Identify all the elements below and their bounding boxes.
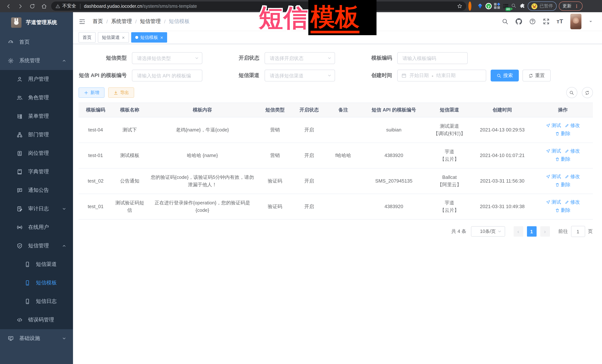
address-bar[interactable]: 不安全 dashboard.yudao.iocoder.cn/system/sm…	[51, 1, 466, 11]
test-link[interactable]: 测试	[546, 173, 561, 180]
sidebar-item-users[interactable]: 用户管理	[0, 70, 73, 89]
breadcrumb-system[interactable]: 系统管理	[111, 18, 132, 25]
test-link[interactable]: 测试	[546, 122, 561, 129]
column-header: 短信 API 的模板编号	[360, 103, 428, 117]
channel-input[interactable]	[265, 70, 335, 82]
sms-type-select[interactable]	[132, 52, 202, 64]
close-icon[interactable]: ×	[160, 35, 163, 40]
back-icon[interactable]	[6, 3, 11, 9]
page-unit: 页	[588, 228, 593, 235]
sidebar-item-label: 短信渠道	[36, 261, 57, 268]
extension-icon-list-on[interactable]: on	[503, 3, 509, 9]
extension-icon-orange[interactable]	[468, 3, 475, 9]
sidebar-item-error-code[interactable]: 错误码管理	[0, 311, 73, 329]
export-button[interactable]: 导出	[108, 87, 134, 98]
puzzle-icon[interactable]	[520, 3, 526, 9]
template-code-input[interactable]	[397, 52, 468, 64]
forward-icon[interactable]	[17, 3, 23, 9]
edit-link[interactable]: 修改	[565, 173, 580, 180]
profile-paused-badge[interactable]: 已暂停	[528, 1, 557, 11]
sidebar-item-roles[interactable]: 角色管理	[0, 89, 73, 107]
close-icon[interactable]: ×	[122, 35, 125, 40]
fullscreen-icon[interactable]	[543, 18, 549, 25]
next-page-button[interactable]: ›	[540, 226, 550, 237]
sidebar-item-depts[interactable]: 部门管理	[0, 125, 73, 144]
sidebar-item-sms-template[interactable]: 短信模板	[0, 274, 73, 292]
caret-down-icon[interactable]	[588, 19, 593, 24]
test-link[interactable]: 测试	[546, 198, 561, 206]
search-icon[interactable]	[502, 18, 508, 25]
edit-link[interactable]: 修改	[565, 147, 580, 155]
goto-page-input[interactable]	[571, 226, 585, 237]
sidebar-item-dict[interactable]: 字典管理	[0, 163, 73, 181]
sms-type-input[interactable]	[132, 52, 202, 64]
status-input[interactable]	[265, 52, 335, 64]
profile-avatar-icon	[531, 3, 537, 9]
pagination: 共 4 条 10条/页 ‹ 1 › 前往 页	[79, 226, 593, 237]
browser-update-button[interactable]: 更新 ⋮	[559, 1, 582, 11]
browser-menu-icon[interactable]: ⋮	[574, 4, 579, 8]
extension-icon-magnifier[interactable]	[511, 3, 517, 9]
page-size-select[interactable]: 10条/页	[471, 226, 505, 237]
sidebar-item-sms[interactable]: 短信管理	[0, 237, 73, 255]
tab-sms-template[interactable]: 短信模板 ×	[131, 32, 167, 42]
home-icon[interactable]	[41, 3, 47, 9]
tab-sms-channel[interactable]: 短信渠道 ×	[98, 32, 129, 42]
reload-icon[interactable]	[29, 3, 35, 9]
extension-icon-grid[interactable]	[494, 3, 500, 9]
cell-api-template-id: 4383920	[360, 194, 428, 219]
sidebar-item-notice[interactable]: 通知公告	[0, 181, 73, 200]
calendar-icon	[401, 73, 407, 78]
refresh-icon	[585, 90, 590, 95]
column-header: 模板名称	[113, 103, 147, 117]
sidebar-item-sms-log[interactable]: 短信日志	[0, 292, 73, 311]
delete-link[interactable]: 删除	[555, 181, 570, 188]
toggle-search-button[interactable]	[566, 87, 577, 98]
bookmark-star-icon[interactable]	[457, 3, 462, 9]
breadcrumb-home[interactable]: 首页	[93, 18, 103, 25]
refresh-table-button[interactable]	[582, 87, 593, 98]
add-button[interactable]: 新增	[79, 87, 105, 98]
reset-button[interactable]: 重置	[523, 70, 551, 82]
sidebar-item-home[interactable]: 首页	[0, 33, 73, 52]
extension-icon-green-y[interactable]: y	[485, 3, 492, 9]
sidebar-item-system[interactable]: 系统管理	[0, 52, 73, 70]
api-template-id-field[interactable]	[132, 70, 202, 82]
app-logo-row[interactable]: 芋道管理系统	[0, 12, 73, 33]
github-icon[interactable]	[516, 18, 522, 25]
search-icon	[496, 73, 501, 78]
app-header: 首页 / 系统管理 / 短信管理 / 短信模板 ᴛT	[73, 12, 602, 31]
help-icon[interactable]	[529, 18, 536, 25]
chevron-up-icon	[62, 59, 66, 63]
user-avatar[interactable]	[570, 14, 581, 29]
pagination-goto: 前往 页	[558, 226, 593, 237]
sidebar-item-posts[interactable]: 岗位管理	[0, 144, 73, 163]
search-icon	[569, 90, 574, 95]
monitor-icon	[8, 335, 14, 341]
collapse-sidebar-icon[interactable]	[79, 18, 86, 25]
edit-link[interactable]: 修改	[565, 198, 580, 206]
delete-link[interactable]: 删除	[555, 156, 570, 163]
status-select[interactable]	[265, 52, 335, 64]
test-link[interactable]: 测试	[546, 147, 561, 155]
sidebar-item-menus[interactable]: 菜单管理	[0, 107, 73, 125]
delete-link[interactable]: 删除	[555, 207, 570, 214]
sidebar-item-sms-channel[interactable]: 短信渠道	[0, 255, 73, 274]
search-button[interactable]: 搜索	[491, 70, 519, 82]
prev-page-button[interactable]: ‹	[513, 226, 523, 237]
sidebar-item-infra[interactable]: 基础设施	[0, 329, 73, 348]
api-template-id-input[interactable]	[132, 70, 202, 82]
sidebar-item-online-users[interactable]: 在线用户	[0, 218, 73, 237]
sidebar-item-label: 部门管理	[28, 131, 49, 138]
delete-link[interactable]: 删除	[555, 130, 570, 137]
edit-link[interactable]: 修改	[565, 122, 580, 129]
channel-select[interactable]	[265, 70, 335, 82]
tab-home[interactable]: 首页	[79, 32, 96, 42]
breadcrumb-sms[interactable]: 短信管理	[140, 18, 161, 25]
date-range-picker[interactable]: 开始日期 - 结束日期	[397, 70, 486, 82]
template-code-field[interactable]	[397, 52, 468, 64]
sidebar-item-audit-log[interactable]: 审计日志	[0, 200, 73, 218]
current-page[interactable]: 1	[527, 226, 537, 237]
extension-icon-gem[interactable]	[477, 3, 483, 9]
font-size-icon[interactable]: ᴛT	[557, 19, 563, 24]
